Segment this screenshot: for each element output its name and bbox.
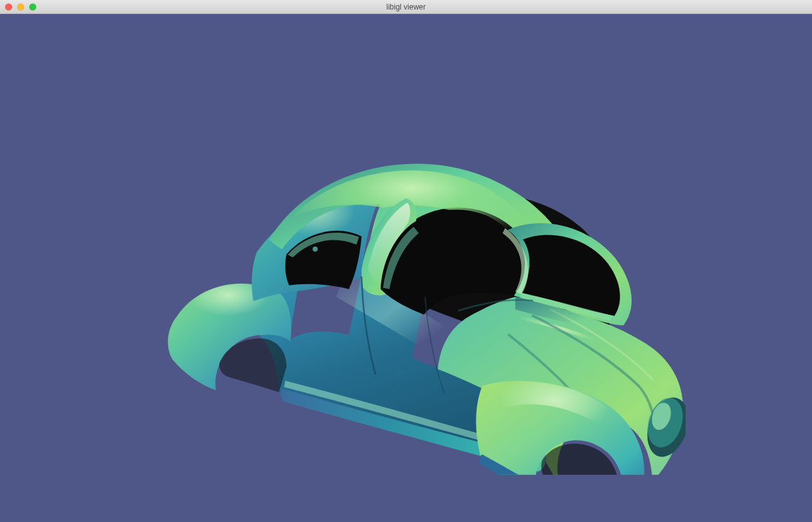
window-minimize-button[interactable]: [17, 3, 24, 10]
rendered-mesh[interactable]: [126, 106, 686, 474]
car-mesh-svg: [126, 106, 686, 474]
window-close-button[interactable]: [5, 3, 12, 10]
viewer-viewport[interactable]: [0, 14, 812, 522]
window-titlebar: libigl viewer: [0, 0, 812, 14]
window-notch: [313, 246, 318, 251]
traffic-lights: [5, 3, 36, 10]
window-maximize-button[interactable]: [29, 3, 36, 10]
window-title: libigl viewer: [0, 3, 812, 11]
